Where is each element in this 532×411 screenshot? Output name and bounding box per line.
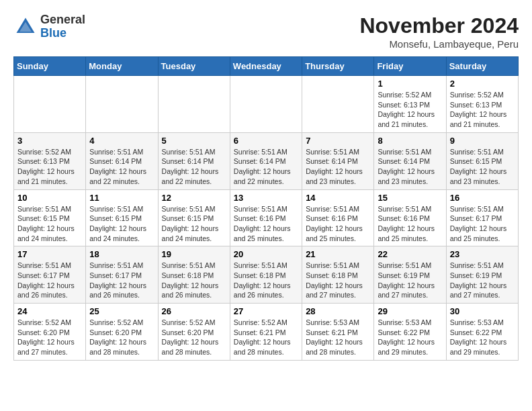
calendar-cell: 7Sunrise: 5:51 AM Sunset: 6:14 PM Daylig… (302, 132, 374, 189)
day-number: 29 (378, 306, 442, 316)
day-number: 21 (306, 249, 370, 259)
column-header-tuesday: Tuesday (158, 57, 230, 76)
day-number: 18 (89, 249, 154, 259)
calendar-cell: 13Sunrise: 5:51 AM Sunset: 6:16 PM Dayli… (230, 189, 302, 246)
day-info: Sunrise: 5:52 AM Sunset: 6:20 PM Dayligh… (89, 318, 154, 357)
day-number: 12 (162, 193, 226, 203)
week-row: 10Sunrise: 5:51 AM Sunset: 6:15 PM Dayli… (14, 189, 519, 246)
column-header-thursday: Thursday (302, 57, 374, 76)
calendar-cell: 28Sunrise: 5:53 AM Sunset: 6:21 PM Dayli… (302, 304, 374, 361)
day-number: 4 (89, 136, 154, 146)
day-number: 16 (450, 193, 515, 203)
day-info: Sunrise: 5:51 AM Sunset: 6:17 PM Dayligh… (17, 261, 82, 300)
day-number: 2 (450, 79, 515, 89)
calendar-cell: 8Sunrise: 5:51 AM Sunset: 6:14 PM Daylig… (374, 132, 446, 189)
calendar-cell: 3Sunrise: 5:52 AM Sunset: 6:13 PM Daylig… (14, 132, 86, 189)
day-info: Sunrise: 5:51 AM Sunset: 6:16 PM Dayligh… (306, 204, 370, 244)
calendar-cell (302, 76, 374, 133)
day-info: Sunrise: 5:51 AM Sunset: 6:18 PM Dayligh… (234, 261, 298, 300)
page-header: General Blue November 2024 Monsefu, Lamb… (13, 13, 519, 50)
day-info: Sunrise: 5:52 AM Sunset: 6:13 PM Dayligh… (450, 90, 515, 130)
week-row: 3Sunrise: 5:52 AM Sunset: 6:13 PM Daylig… (14, 132, 519, 189)
calendar-cell: 30Sunrise: 5:53 AM Sunset: 6:22 PM Dayli… (446, 304, 518, 361)
day-number: 6 (234, 136, 298, 146)
calendar-cell: 16Sunrise: 5:51 AM Sunset: 6:17 PM Dayli… (446, 189, 518, 246)
calendar-cell: 27Sunrise: 5:52 AM Sunset: 6:21 PM Dayli… (230, 304, 302, 361)
day-info: Sunrise: 5:51 AM Sunset: 6:14 PM Dayligh… (378, 147, 442, 187)
column-header-wednesday: Wednesday (230, 57, 302, 76)
day-number: 28 (306, 306, 370, 316)
calendar-cell: 18Sunrise: 5:51 AM Sunset: 6:17 PM Dayli… (86, 246, 158, 304)
day-number: 22 (378, 249, 442, 259)
day-info: Sunrise: 5:51 AM Sunset: 6:14 PM Dayligh… (234, 147, 298, 187)
day-info: Sunrise: 5:51 AM Sunset: 6:14 PM Dayligh… (162, 147, 226, 187)
location-subtitle: Monsefu, Lambayeque, Peru (359, 38, 519, 50)
day-number: 25 (89, 306, 154, 316)
logo-general: General (40, 13, 85, 27)
day-number: 7 (306, 136, 370, 146)
calendar-cell (230, 76, 302, 133)
calendar-cell: 20Sunrise: 5:51 AM Sunset: 6:18 PM Dayli… (230, 246, 302, 304)
day-info: Sunrise: 5:52 AM Sunset: 6:13 PM Dayligh… (378, 90, 442, 130)
calendar-cell: 11Sunrise: 5:51 AM Sunset: 6:15 PM Dayli… (86, 189, 158, 246)
calendar-cell (158, 76, 230, 133)
day-number: 26 (162, 306, 226, 316)
day-info: Sunrise: 5:53 AM Sunset: 6:22 PM Dayligh… (450, 318, 515, 357)
day-info: Sunrise: 5:51 AM Sunset: 6:14 PM Dayligh… (306, 147, 370, 187)
day-number: 19 (162, 249, 226, 259)
column-header-saturday: Saturday (446, 57, 518, 76)
month-year-title: November 2024 (359, 13, 519, 38)
title-block: November 2024 Monsefu, Lambayeque, Peru (359, 13, 519, 50)
day-number: 8 (378, 136, 442, 146)
calendar-cell: 9Sunrise: 5:51 AM Sunset: 6:15 PM Daylig… (446, 132, 518, 189)
week-row: 1Sunrise: 5:52 AM Sunset: 6:13 PM Daylig… (14, 76, 519, 133)
column-header-friday: Friday (374, 57, 446, 76)
week-row: 24Sunrise: 5:52 AM Sunset: 6:20 PM Dayli… (14, 304, 519, 361)
day-info: Sunrise: 5:51 AM Sunset: 6:19 PM Dayligh… (378, 261, 442, 300)
calendar-cell: 22Sunrise: 5:51 AM Sunset: 6:19 PM Dayli… (374, 246, 446, 304)
day-number: 5 (162, 136, 226, 146)
day-number: 9 (450, 136, 515, 146)
calendar-cell: 25Sunrise: 5:52 AM Sunset: 6:20 PM Dayli… (86, 304, 158, 361)
calendar-table: SundayMondayTuesdayWednesdayThursdayFrid… (13, 56, 519, 361)
calendar-cell: 14Sunrise: 5:51 AM Sunset: 6:16 PM Dayli… (302, 189, 374, 246)
day-info: Sunrise: 5:53 AM Sunset: 6:22 PM Dayligh… (378, 318, 442, 357)
calendar-cell: 12Sunrise: 5:51 AM Sunset: 6:15 PM Dayli… (158, 189, 230, 246)
calendar-cell: 21Sunrise: 5:51 AM Sunset: 6:18 PM Dayli… (302, 246, 374, 304)
day-info: Sunrise: 5:51 AM Sunset: 6:18 PM Dayligh… (306, 261, 370, 300)
day-info: Sunrise: 5:53 AM Sunset: 6:21 PM Dayligh… (306, 318, 370, 357)
day-number: 1 (378, 79, 442, 89)
day-info: Sunrise: 5:52 AM Sunset: 6:21 PM Dayligh… (234, 318, 298, 357)
day-number: 11 (89, 193, 154, 203)
day-info: Sunrise: 5:51 AM Sunset: 6:16 PM Dayligh… (378, 204, 442, 244)
day-number: 13 (234, 193, 298, 203)
header-row: SundayMondayTuesdayWednesdayThursdayFrid… (14, 57, 519, 76)
day-number: 14 (306, 193, 370, 203)
logo-text: General Blue (40, 13, 85, 40)
day-number: 17 (17, 249, 82, 259)
day-info: Sunrise: 5:51 AM Sunset: 6:15 PM Dayligh… (17, 204, 82, 244)
day-info: Sunrise: 5:51 AM Sunset: 6:15 PM Dayligh… (162, 204, 226, 244)
calendar-cell (14, 76, 86, 133)
calendar-cell: 4Sunrise: 5:51 AM Sunset: 6:14 PM Daylig… (86, 132, 158, 189)
day-info: Sunrise: 5:51 AM Sunset: 6:17 PM Dayligh… (89, 261, 154, 300)
day-number: 15 (378, 193, 442, 203)
day-info: Sunrise: 5:51 AM Sunset: 6:14 PM Dayligh… (89, 147, 154, 187)
day-info: Sunrise: 5:52 AM Sunset: 6:13 PM Dayligh… (17, 147, 82, 187)
day-number: 24 (17, 306, 82, 316)
day-info: Sunrise: 5:51 AM Sunset: 6:15 PM Dayligh… (450, 147, 515, 187)
day-info: Sunrise: 5:51 AM Sunset: 6:19 PM Dayligh… (450, 261, 515, 300)
calendar-cell: 23Sunrise: 5:51 AM Sunset: 6:19 PM Dayli… (446, 246, 518, 304)
calendar-cell: 10Sunrise: 5:51 AM Sunset: 6:15 PM Dayli… (14, 189, 86, 246)
day-info: Sunrise: 5:51 AM Sunset: 6:17 PM Dayligh… (450, 204, 515, 244)
calendar-cell: 17Sunrise: 5:51 AM Sunset: 6:17 PM Dayli… (14, 246, 86, 304)
day-info: Sunrise: 5:51 AM Sunset: 6:18 PM Dayligh… (162, 261, 226, 300)
logo-icon (13, 15, 38, 39)
calendar-body: 1Sunrise: 5:52 AM Sunset: 6:13 PM Daylig… (14, 76, 519, 361)
calendar-cell: 6Sunrise: 5:51 AM Sunset: 6:14 PM Daylig… (230, 132, 302, 189)
day-number: 30 (450, 306, 515, 316)
calendar-cell (86, 76, 158, 133)
column-header-sunday: Sunday (14, 57, 86, 76)
calendar-cell: 24Sunrise: 5:52 AM Sunset: 6:20 PM Dayli… (14, 304, 86, 361)
calendar-cell: 29Sunrise: 5:53 AM Sunset: 6:22 PM Dayli… (374, 304, 446, 361)
